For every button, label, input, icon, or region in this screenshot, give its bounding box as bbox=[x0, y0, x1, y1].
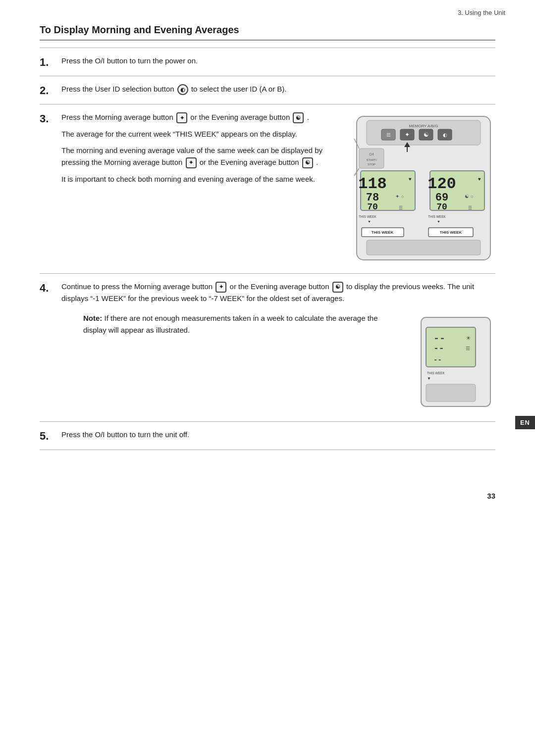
note-text: Note: If there are not enough measuremen… bbox=[83, 312, 401, 336]
svg-text:O/I: O/I bbox=[369, 152, 374, 156]
step-2-number: 2. bbox=[40, 83, 61, 97]
note-label: Note: bbox=[83, 314, 102, 322]
step-3-para2: The morning and evening average value of… bbox=[61, 145, 342, 168]
svg-text:☯: ☯ bbox=[465, 194, 469, 199]
step-5: 5. Press the O/I button to turn the unit… bbox=[40, 429, 495, 443]
step-2-text: Press the User ID selection button bbox=[61, 85, 174, 93]
svg-text:--: -- bbox=[433, 356, 442, 364]
page-number: 33 bbox=[0, 477, 535, 500]
step-1-content: Press the O/I button to turn the power o… bbox=[61, 55, 495, 66]
note-content: If there are not enough measurements tak… bbox=[83, 314, 378, 334]
svg-text:70: 70 bbox=[436, 202, 447, 212]
svg-text:☰: ☰ bbox=[399, 205, 403, 210]
divider-1 bbox=[40, 48, 495, 48]
svg-text:STOP: STOP bbox=[368, 163, 375, 166]
svg-rect-43 bbox=[367, 240, 481, 255]
svg-text:☀: ☀ bbox=[466, 335, 471, 342]
svg-text:▼: ▼ bbox=[437, 220, 440, 223]
step-4-number: 4. bbox=[40, 281, 61, 295]
step-5-number: 5. bbox=[40, 429, 61, 443]
header-section: 3. Using the Unit bbox=[458, 9, 505, 16]
svg-text:THIS WEEK: THIS WEEK bbox=[440, 230, 462, 235]
svg-text:☰: ☰ bbox=[386, 132, 391, 138]
divider-3 bbox=[40, 104, 495, 104]
svg-text:☯: ☯ bbox=[424, 131, 429, 138]
svg-text:THIS WEEK: THIS WEEK bbox=[372, 230, 394, 235]
step-4: 4. Continue to press the Morning average… bbox=[40, 281, 495, 414]
svg-rect-53 bbox=[426, 384, 476, 402]
note-section: Note: If there are not enough measuremen… bbox=[83, 312, 495, 414]
morning-avg-icon-3: ✦ bbox=[215, 282, 226, 293]
divider-2 bbox=[40, 76, 495, 76]
svg-text:120: 120 bbox=[428, 175, 456, 193]
svg-text:--: -- bbox=[433, 333, 445, 344]
svg-text:THIS WEEK: THIS WEEK bbox=[427, 371, 445, 375]
step-2: 2. Press the User ID selection button ◐ … bbox=[40, 83, 495, 97]
step-5-content: Press the O/I button to turn the unit of… bbox=[61, 429, 495, 440]
svg-text:☰: ☰ bbox=[468, 205, 472, 210]
note-illustration: -- ☀ -- ☰ -- THIS WEEK bbox=[416, 312, 495, 414]
step-3-number: 3. bbox=[40, 111, 61, 125]
divider-5 bbox=[40, 421, 495, 422]
svg-text:♥: ♥ bbox=[478, 176, 481, 182]
evening-avg-icon-2: ☯ bbox=[302, 157, 313, 168]
step-4-content: Continue to press the Morning average bu… bbox=[61, 281, 495, 414]
svg-text:▼: ▼ bbox=[368, 220, 371, 223]
svg-text:START/: START/ bbox=[367, 158, 377, 161]
en-badge: EN bbox=[515, 416, 535, 429]
morning-avg-icon-2: ✦ bbox=[186, 157, 197, 168]
section-title: To Display Morning and Evening Averages bbox=[40, 24, 495, 41]
evening-avg-icon: ☯ bbox=[293, 112, 304, 123]
morning-avg-icon: ✦ bbox=[176, 112, 187, 123]
user-id-icon: ◐ bbox=[177, 84, 188, 95]
svg-text:118: 118 bbox=[358, 175, 387, 193]
divider-6 bbox=[40, 450, 495, 450]
svg-text:✦: ✦ bbox=[395, 194, 399, 199]
svg-text:MEMORY  A/B/G: MEMORY A/B/G bbox=[409, 124, 438, 128]
svg-text:THIS WEEK: THIS WEEK bbox=[428, 215, 446, 218]
svg-text:◐: ◐ bbox=[443, 132, 447, 138]
step-3: 3. Press the Morning average button ✦ or… bbox=[40, 111, 495, 266]
svg-text:☰: ☰ bbox=[466, 346, 470, 351]
step-3-para1: The average for the current week “THIS W… bbox=[61, 128, 342, 140]
page-header: 3. Using the Unit bbox=[0, 0, 535, 19]
step-2-content: Press the User ID selection button ◐ to … bbox=[61, 83, 495, 95]
divider-4 bbox=[40, 273, 495, 274]
svg-text:✦: ✦ bbox=[405, 131, 410, 138]
svg-text:70: 70 bbox=[367, 202, 378, 212]
step-3-text: Press the Morning average button ✦ or th… bbox=[61, 111, 342, 185]
svg-text:▼: ▼ bbox=[427, 376, 431, 381]
device-illustration-step3: MEMORY A/B/G ☰ ✦ ☯ bbox=[352, 111, 495, 266]
svg-text:--: -- bbox=[433, 344, 444, 353]
svg-text:○: ○ bbox=[401, 194, 404, 199]
step-3-para3: It is important to check both morning an… bbox=[61, 173, 342, 185]
svg-text:THIS WEEK: THIS WEEK bbox=[359, 215, 376, 218]
evening-avg-icon-3: ☯ bbox=[332, 282, 343, 293]
step-1: 1. Press the O/I button to turn the powe… bbox=[40, 55, 495, 69]
svg-text:♥: ♥ bbox=[409, 176, 412, 182]
svg-text:○: ○ bbox=[471, 194, 473, 199]
step-1-number: 1. bbox=[40, 55, 61, 69]
